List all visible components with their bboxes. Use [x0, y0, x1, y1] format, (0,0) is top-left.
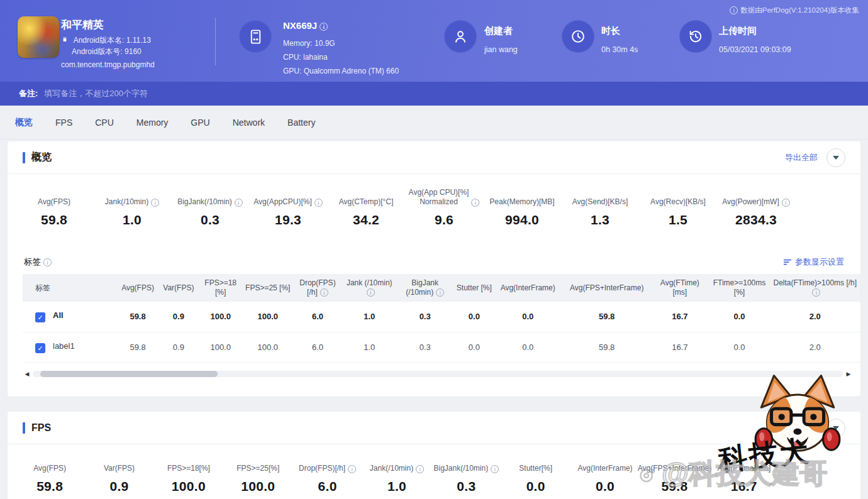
scrollbar-thumb[interactable] — [40, 371, 218, 377]
info-icon[interactable] — [491, 465, 499, 473]
row-label-cell: All — [23, 302, 116, 332]
stat-label: FPS>=18[%] — [154, 453, 223, 473]
info-icon[interactable] — [436, 288, 444, 297]
tab-gpu[interactable]: GPU — [191, 118, 209, 128]
tab-memory[interactable]: Memory — [136, 118, 169, 128]
stat-value: 34.2 — [327, 212, 405, 228]
settings-icon — [783, 258, 792, 266]
stat-label: Avg(FTime)[ms] — [709, 453, 779, 473]
info-icon[interactable] — [416, 465, 424, 473]
header-divider — [215, 18, 216, 65]
row-checkbox[interactable] — [35, 312, 45, 322]
stat-label-text: Var(FPS) — [104, 464, 135, 473]
stat-label-text: Normalized — [420, 197, 458, 206]
column-header-text: Var(FPS) — [163, 283, 194, 292]
column-header-text: Avg(FPS) — [121, 283, 154, 292]
table-cell: 19.3 — [859, 332, 860, 362]
tab-network[interactable]: Network — [233, 118, 265, 128]
app-icon — [18, 16, 59, 58]
info-icon[interactable] — [320, 288, 328, 297]
horizontal-scrollbar[interactable]: ◀ ▶ — [24, 370, 852, 378]
info-icon[interactable] — [367, 288, 375, 297]
info-icon[interactable] — [348, 465, 356, 473]
stat-label-text: Stutter[%] — [519, 464, 552, 473]
stat-label-text: FPS>=18[%] — [167, 464, 210, 473]
clock-icon — [562, 20, 594, 53]
table-cell: 16.7 — [652, 302, 708, 332]
fps-collapse-button[interactable] — [826, 419, 845, 437]
stat-item: Stutter[%]0.0 — [501, 453, 570, 494]
stat-label: Avg(FPS) — [15, 453, 84, 473]
stat-label: Stutter[%] — [501, 453, 570, 473]
column-header: Drop(FPS) [/h] — [292, 274, 343, 302]
column-header-label: 标签 — [23, 274, 116, 302]
table-cell: 0.3 — [396, 302, 454, 332]
column-header: FTime>=100ms [%] — [708, 274, 771, 302]
labels-section-header: 标签 参数显示设置 — [8, 244, 860, 274]
label-table-header-row: 标签Avg(FPS)Var(FPS)FPS>=18 [%]FPS>=25 [%]… — [23, 274, 860, 302]
stat-label: BigJank(/10min) — [171, 187, 249, 207]
stat-item: Avg(Send)[KB/s]1.3 — [561, 187, 639, 228]
stat-item: Avg(App CPU)[%]Normalized9.6 — [405, 187, 483, 228]
column-header: Stutter [%] — [454, 274, 494, 302]
fps-section: FPS Avg(FPS)59.8Var(FPS)0.9FPS>=18[%]100… — [8, 412, 860, 499]
column-header: FPS>=25 [%] — [243, 274, 292, 302]
stat-label-text: Avg(CTemp)[°C] — [339, 197, 394, 206]
overview-card-header: 概览 导出全部 — [8, 141, 860, 174]
stat-label: Avg(Send)[KB/s] — [561, 187, 639, 207]
scrollbar-track[interactable] — [33, 371, 843, 377]
table-cell: 2.0 — [771, 332, 859, 362]
stat-label-text: Avg(FTime)[ms] — [717, 464, 771, 473]
row-label-cell: label1 — [23, 332, 116, 362]
stat-label-text: Avg(App CPU)[%] — [409, 188, 469, 197]
stat-item: BigJank(/10min)0.3 — [431, 453, 501, 494]
row-checkbox[interactable] — [35, 343, 45, 353]
tab-battery[interactable]: Battery — [287, 118, 315, 128]
stat-value: 59.8 — [15, 212, 93, 228]
stat-label-text: BigJank(/10min) — [433, 464, 488, 473]
info-icon[interactable] — [235, 199, 243, 207]
android-icon — [61, 36, 69, 47]
tab-overview[interactable]: 概览 — [15, 117, 33, 128]
info-icon[interactable] — [314, 199, 323, 207]
stat-value: 100.0 — [154, 479, 223, 494]
stat-label: Var(FPS) — [84, 453, 153, 473]
stat-value: 59.8 — [15, 479, 84, 494]
info-icon[interactable] — [812, 288, 820, 297]
overview-collapse-button[interactable] — [826, 148, 845, 167]
stat-item: FPS>=25[%]100.0 — [223, 453, 292, 494]
column-header-text: FPS>=18 [%] — [204, 278, 236, 297]
stat-item: Avg(FPS+InterFrame)59.8 — [640, 453, 709, 494]
table-cell: 1.0 — [343, 302, 396, 332]
table-cell: 2.0 — [771, 302, 859, 332]
labels-info-icon[interactable] — [43, 258, 52, 266]
stat-value: 9.6 — [405, 212, 483, 228]
info-icon[interactable] — [782, 199, 790, 207]
app-version-name: Android版本名: 1.11.13 — [74, 36, 151, 45]
table-cell: 0.9 — [159, 332, 198, 362]
tab-fps[interactable]: FPS — [55, 118, 72, 128]
tab-cpu[interactable]: CPU — [95, 118, 114, 128]
column-header-text: Jank (/10min) — [347, 278, 392, 287]
stat-label: Jank(/10min) — [362, 453, 431, 473]
stat-item: Avg(FPS)59.8 — [15, 187, 93, 228]
stat-label: FPS>=25[%] — [223, 453, 292, 473]
device-icon — [239, 20, 272, 53]
device-model: NX669J — [283, 20, 328, 31]
export-all-link[interactable]: 导出全部 — [785, 152, 818, 163]
stat-value: 16.7 — [709, 479, 779, 494]
label-table-body: All59.80.9100.0100.06.01.00.30.00.059.81… — [23, 302, 860, 362]
table-cell: 100.0 — [243, 332, 292, 362]
parameter-display-settings-link[interactable]: 参数显示设置 — [783, 256, 844, 268]
info-icon[interactable] — [151, 199, 159, 207]
table-cell: 0.9 — [159, 302, 198, 332]
scroll-right-arrow[interactable]: ▶ — [845, 370, 852, 378]
column-header-text: Avg(FTime) [ms] — [660, 278, 699, 297]
info-icon[interactable] — [471, 199, 479, 207]
creator-icon — [444, 20, 477, 53]
column-header-text: Drop(FPS) [/h] — [299, 278, 335, 297]
device-cpu: CPU: lahaina — [283, 53, 328, 62]
scroll-left-arrow[interactable]: ◀ — [24, 370, 30, 378]
device-info-icon[interactable] — [320, 23, 328, 31]
column-header-text: FTime>=100ms [%] — [713, 278, 766, 297]
